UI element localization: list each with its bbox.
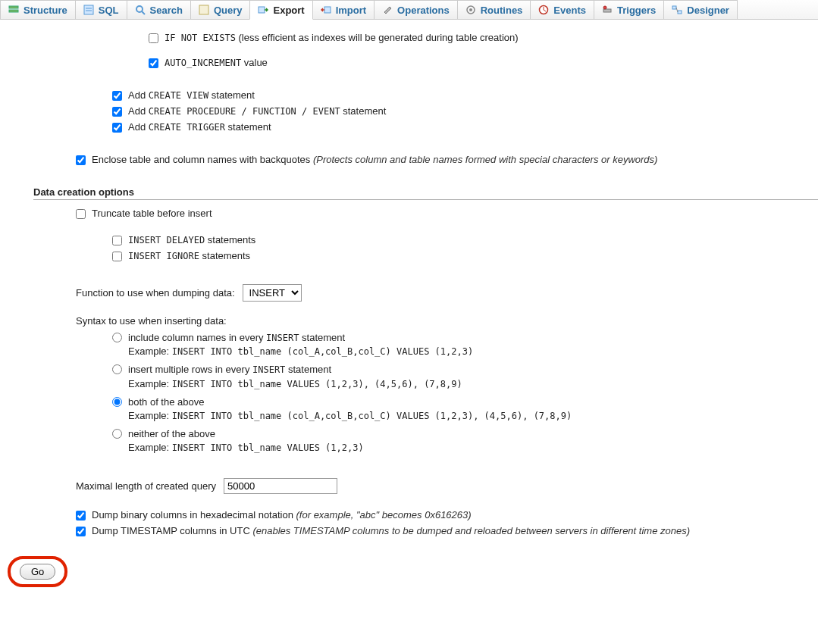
svg-rect-1	[9, 10, 18, 12]
tab-triggers[interactable]: Triggers	[594, 0, 664, 19]
query-icon	[199, 5, 209, 15]
svg-point-5	[136, 6, 143, 12]
events-icon	[538, 5, 549, 15]
go-button-highlight: Go	[8, 556, 67, 587]
if-not-exists-label: IF NOT EXISTS (less efficient as indexes…	[165, 32, 519, 43]
create-trigger-label: Add CREATE TRIGGER statement	[128, 121, 271, 133]
svg-rect-17	[672, 6, 676, 9]
tab-structure[interactable]: Structure	[0, 0, 76, 19]
syntax-include-columns-label: include column names in every INSERT sta…	[128, 331, 473, 358]
utc-dump-label: Dump TIMESTAMP columns in UTC (enables T…	[92, 525, 690, 536]
svg-rect-9	[324, 7, 331, 13]
tab-export-label: Export	[273, 5, 304, 16]
utc-dump-checkbox[interactable]	[76, 527, 86, 536]
auto-increment-checkbox[interactable]	[149, 58, 158, 68]
tab-structure-label: Structure	[24, 5, 67, 16]
backquotes-label: Enclose table and column names with back…	[92, 154, 657, 165]
go-button[interactable]: Go	[20, 564, 55, 580]
syntax-neither-radio[interactable]	[112, 429, 122, 439]
tab-operations-label: Operations	[397, 5, 450, 16]
truncate-label: Truncate table before insert	[92, 208, 212, 219]
structure-icon	[8, 5, 19, 15]
tab-events[interactable]: Events	[530, 0, 594, 19]
syntax-multiple-rows-label: insert multiple rows in every INSERT sta…	[128, 363, 462, 390]
insert-ignore-checkbox[interactable]	[112, 252, 122, 261]
syntax-include-columns-radio[interactable]	[112, 333, 122, 342]
tab-sql[interactable]: SQL	[75, 0, 127, 19]
syntax-both-radio[interactable]	[112, 397, 122, 407]
operations-icon	[382, 5, 393, 15]
hex-dump-label: Dump binary columns in hexadecimal notat…	[92, 509, 472, 521]
data-creation-options-title: Data creation options	[33, 186, 818, 200]
create-view-checkbox[interactable]	[112, 91, 122, 101]
create-procedure-checkbox[interactable]	[112, 107, 122, 117]
tab-routines[interactable]: Routines	[457, 0, 531, 19]
tab-routines-label: Routines	[481, 5, 523, 16]
truncate-checkbox[interactable]	[76, 209, 86, 219]
tab-query-label: Query	[214, 5, 243, 16]
svg-line-19	[676, 8, 678, 12]
svg-rect-18	[678, 11, 682, 14]
auto-increment-label: AUTO_INCREMENT value	[165, 57, 268, 68]
syntax-label: Syntax to use when inserting data:	[0, 315, 818, 327]
svg-point-16	[603, 6, 606, 9]
svg-rect-7	[199, 5, 208, 14]
tab-import-label: Import	[336, 5, 366, 16]
export-icon	[258, 5, 268, 15]
insert-delayed-checkbox[interactable]	[112, 236, 122, 245]
svg-line-6	[142, 11, 145, 14]
create-view-label: Add CREATE VIEW statement	[128, 89, 255, 101]
tab-triggers-label: Triggers	[617, 5, 656, 16]
svg-rect-8	[259, 7, 265, 13]
syntax-neither-label: neither of the above Example: INSERT INT…	[128, 427, 364, 455]
hex-dump-checkbox[interactable]	[76, 511, 86, 521]
insert-ignore-label: INSERT IGNORE statements	[128, 250, 250, 261]
max-length-label: Maximal length of created query	[76, 480, 216, 492]
max-length-input[interactable]	[224, 478, 337, 494]
create-procedure-label: Add CREATE PROCEDURE / FUNCTION / EVENT …	[128, 105, 386, 117]
tab-operations[interactable]: Operations	[374, 0, 458, 19]
if-not-exists-checkbox[interactable]	[149, 33, 158, 43]
designer-icon	[672, 5, 682, 15]
syntax-both-label: both of the above Example: INSERT INTO t…	[128, 395, 572, 423]
import-icon	[321, 5, 331, 15]
syntax-multiple-rows-radio[interactable]	[112, 364, 122, 374]
tab-search-label: Search	[150, 5, 183, 16]
backquotes-checkbox[interactable]	[76, 155, 86, 165]
tab-import[interactable]: Import	[312, 0, 375, 19]
tab-bar: Structure SQL Search Query Export Import	[0, 0, 818, 20]
tab-sql-label: SQL	[99, 5, 119, 16]
tab-events-label: Events	[553, 5, 586, 16]
tab-search[interactable]: Search	[127, 0, 191, 19]
dump-function-label: Function to use when dumping data:	[76, 287, 235, 299]
tab-designer-label: Designer	[687, 5, 729, 16]
routines-icon	[465, 5, 476, 15]
svg-rect-0	[9, 6, 18, 8]
tab-export[interactable]: Export	[249, 0, 312, 20]
create-trigger-checkbox[interactable]	[112, 123, 122, 133]
svg-rect-15	[603, 9, 611, 12]
tab-designer[interactable]: Designer	[663, 0, 738, 19]
sql-icon	[83, 5, 94, 15]
insert-delayed-label: INSERT DELAYED statements	[128, 234, 255, 245]
svg-point-11	[469, 8, 472, 11]
dump-function-select[interactable]: INSERT	[243, 284, 302, 302]
tab-query[interactable]: Query	[190, 0, 251, 19]
search-icon	[135, 5, 146, 15]
triggers-icon	[602, 5, 613, 15]
svg-rect-2	[84, 5, 93, 14]
